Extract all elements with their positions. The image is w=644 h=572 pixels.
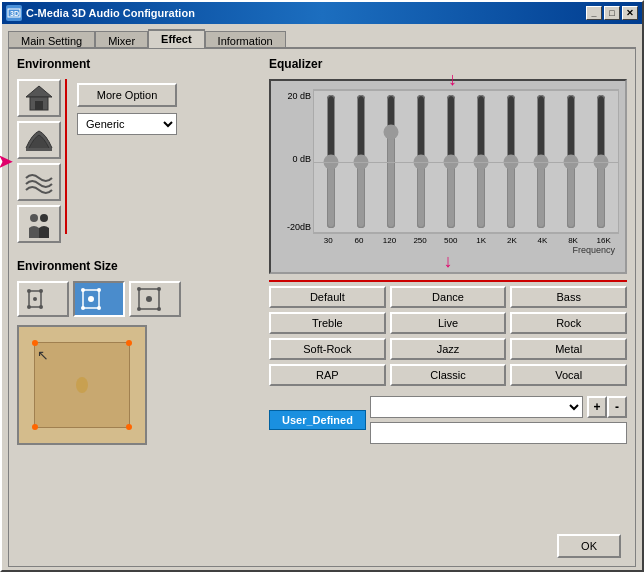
- env-btn-people[interactable]: [17, 205, 61, 243]
- preset-metal[interactable]: Metal: [510, 338, 627, 360]
- minimize-button[interactable]: _: [586, 6, 602, 20]
- room-corner-bl: [32, 424, 38, 430]
- window-title: C-Media 3D Audio Configuration: [26, 7, 195, 19]
- room-egg: [76, 377, 88, 393]
- size-btn-large[interactable]: [129, 281, 181, 317]
- red-line: [65, 79, 67, 234]
- svg-point-23: [157, 287, 161, 291]
- preset-treble[interactable]: Treble: [269, 312, 386, 334]
- freq-2k: 2K: [497, 236, 528, 245]
- main-window: 3D C-Media 3D Audio Configuration _ □ ✕ …: [0, 0, 644, 572]
- freq-1k: 1K: [466, 236, 497, 245]
- preset-rock[interactable]: Rock: [510, 312, 627, 334]
- env-btn-opera[interactable]: [17, 121, 61, 159]
- svg-point-16: [81, 288, 85, 292]
- preset-live[interactable]: Live: [390, 312, 507, 334]
- preset-rap[interactable]: RAP: [269, 364, 386, 386]
- preset-buttons: Default Dance Bass Treble Live: [269, 286, 627, 386]
- freq-4k: 4K: [527, 236, 558, 245]
- svg-point-11: [39, 289, 43, 293]
- bottom-bar: OK: [557, 534, 621, 558]
- user-defined-row: User_Defined + -: [269, 396, 627, 444]
- env-right: More Option Generic Room Hall Arena Cave: [77, 79, 177, 135]
- freq-16k: 16K: [588, 236, 619, 245]
- freq-120: 120: [374, 236, 405, 245]
- room-preview: ↖: [17, 325, 147, 445]
- svg-point-24: [137, 307, 141, 311]
- pink-arrow-left: ➤: [0, 149, 14, 173]
- minus-button[interactable]: -: [607, 396, 627, 418]
- env-btn-house[interactable]: [17, 79, 61, 117]
- svg-point-25: [157, 307, 161, 311]
- svg-point-10: [27, 289, 31, 293]
- preset-bass[interactable]: Bass: [510, 286, 627, 308]
- svg-point-15: [88, 296, 94, 302]
- svg-point-9: [33, 297, 37, 301]
- room-corner-br: [126, 424, 132, 430]
- user-text-input[interactable]: [370, 422, 627, 444]
- user-select[interactable]: [370, 396, 583, 418]
- size-btn-small[interactable]: [17, 281, 69, 317]
- db-scale: 20 dB 0 dB -20dB: [277, 89, 313, 234]
- ok-button[interactable]: OK: [557, 534, 621, 558]
- db-0: 0 dB: [292, 154, 311, 164]
- env-size-section: Environment Size: [17, 259, 257, 445]
- eq-display: 20 dB 0 dB -20dB: [277, 89, 619, 234]
- close-button[interactable]: ✕: [622, 6, 638, 20]
- content-area: Environment ➤: [8, 47, 636, 567]
- user-defined-button[interactable]: User_Defined: [269, 410, 366, 430]
- preset-default[interactable]: Default: [269, 286, 386, 308]
- freq-500: 500: [435, 236, 466, 245]
- preset-vocal[interactable]: Vocal: [510, 364, 627, 386]
- env-content: ➤: [17, 79, 257, 243]
- room-corner-tr: [126, 340, 132, 346]
- eq-container: ↓ 20 dB 0 dB -20dB: [269, 79, 627, 274]
- env-dropdown: Generic Room Hall Arena Cave: [77, 113, 177, 135]
- preset-jazz[interactable]: Jazz: [390, 338, 507, 360]
- plus-minus-controls: + -: [587, 396, 627, 418]
- env-size-title: Environment Size: [17, 259, 257, 273]
- svg-point-19: [97, 306, 101, 310]
- env-buttons: [17, 79, 61, 243]
- svg-text:3D: 3D: [10, 10, 19, 17]
- freq-30: 30: [313, 236, 344, 245]
- red-divider: [269, 280, 627, 282]
- svg-point-17: [97, 288, 101, 292]
- env-btn-water[interactable]: [17, 163, 61, 201]
- cursor-indicator: ↖: [37, 347, 49, 363]
- more-option-button[interactable]: More Option: [77, 83, 177, 107]
- svg-point-22: [137, 287, 141, 291]
- size-btn-medium[interactable]: [73, 281, 125, 317]
- freq-labels: 30 60 120 250 500 1K 2K 4K 8K 16K: [313, 236, 619, 245]
- preset-dance[interactable]: Dance: [390, 286, 507, 308]
- svg-rect-5: [26, 148, 52, 151]
- plus-button[interactable]: +: [587, 396, 607, 418]
- left-panel: Environment ➤: [17, 57, 257, 558]
- svg-point-21: [146, 296, 152, 302]
- tabs-row: Main Setting Mixer Effect Information: [2, 24, 642, 47]
- preset-softrock[interactable]: Soft-Rock: [269, 338, 386, 360]
- svg-point-7: [40, 214, 48, 222]
- pink-arrow-down-top: ↓: [448, 69, 457, 90]
- preset-classic[interactable]: Classic: [390, 364, 507, 386]
- tab-effect[interactable]: Effect: [148, 29, 205, 48]
- pink-arrow-down-bottom: ↓: [277, 251, 619, 272]
- svg-point-13: [39, 305, 43, 309]
- maximize-button[interactable]: □: [604, 6, 620, 20]
- freq-8k: 8K: [558, 236, 589, 245]
- svg-rect-4: [35, 101, 43, 110]
- env-select[interactable]: Generic Room Hall Arena Cave: [77, 113, 177, 135]
- environment-section: Environment ➤: [17, 57, 257, 243]
- svg-point-12: [27, 305, 31, 309]
- db-20: 20 dB: [287, 91, 311, 101]
- svg-point-18: [81, 306, 85, 310]
- title-bar: 3D C-Media 3D Audio Configuration _ □ ✕: [2, 2, 642, 24]
- eq-sliders-area: [313, 89, 619, 234]
- right-panel: Equalizer ↓ 20 dB 0 dB -20dB: [269, 57, 627, 558]
- freq-250: 250: [405, 236, 436, 245]
- freq-60: 60: [344, 236, 375, 245]
- env-size-buttons: [17, 281, 257, 317]
- room-corner-tl: [32, 340, 38, 346]
- svg-marker-2: [26, 86, 52, 97]
- db-minus20: -20dB: [287, 222, 311, 232]
